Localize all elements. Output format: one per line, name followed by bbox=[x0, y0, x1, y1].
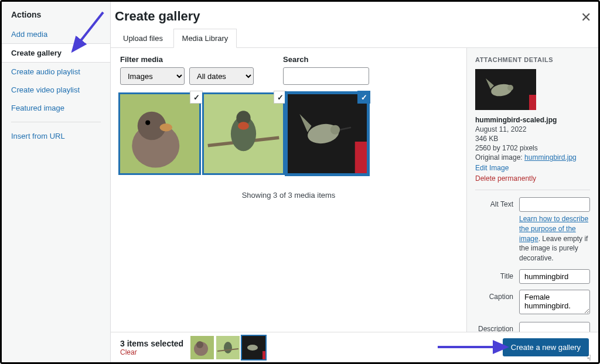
sidebar-heading: Actions bbox=[2, 10, 110, 25]
caption-label: Caption bbox=[475, 290, 513, 301]
mini-thumb[interactable] bbox=[190, 336, 214, 359]
svg-point-9 bbox=[238, 122, 249, 130]
search-input[interactable] bbox=[283, 67, 369, 85]
bird-image-icon bbox=[204, 94, 283, 173]
filter-type-select[interactable]: Images bbox=[120, 67, 185, 85]
filter-date-select[interactable]: All dates bbox=[189, 67, 254, 85]
svg-point-26 bbox=[247, 345, 258, 351]
svg-point-23 bbox=[224, 342, 232, 353]
check-icon: ✓ bbox=[274, 91, 287, 104]
svg-point-4 bbox=[160, 123, 173, 132]
caption-input[interactable]: Female hummingbird. bbox=[519, 290, 590, 314]
check-icon: ✓ bbox=[190, 91, 203, 104]
svg-point-21 bbox=[196, 341, 203, 348]
showing-count: Showing 3 of 3 media items bbox=[120, 191, 457, 200]
svg-point-3 bbox=[145, 121, 150, 125]
sidebar-item-insert-from-url[interactable]: Insert from URL bbox=[2, 127, 110, 145]
svg-rect-11 bbox=[355, 142, 367, 173]
cursor-icon: ☟ bbox=[587, 353, 591, 362]
media-thumb[interactable]: ✓ bbox=[204, 94, 283, 173]
media-area: Filter media Images All dates Search bbox=[111, 48, 467, 332]
mini-thumb[interactable] bbox=[216, 336, 240, 359]
check-icon: ✓ bbox=[357, 91, 370, 104]
filter-media-label: Filter media bbox=[120, 55, 254, 64]
bird-image-icon bbox=[120, 94, 199, 173]
media-thumb[interactable]: ✓ bbox=[120, 94, 199, 173]
sidebar-item-add-media[interactable]: Add media bbox=[2, 25, 110, 43]
sidebar-item-create-gallery[interactable]: Create gallery bbox=[2, 43, 110, 63]
attachment-dimensions: 2560 by 1702 pixels bbox=[475, 144, 590, 152]
tab-media-library[interactable]: Media Library bbox=[173, 29, 237, 48]
attachment-preview bbox=[475, 69, 536, 110]
description-input[interactable] bbox=[519, 322, 590, 332]
attachment-filesize: 346 KB bbox=[475, 135, 590, 143]
attachment-details-panel: ATTACHMENT DETAILS hummingbird-scaled.jp… bbox=[467, 48, 598, 332]
sidebar-divider bbox=[11, 122, 101, 122]
alt-text-input[interactable] bbox=[519, 197, 590, 212]
media-thumb[interactable]: ✓ bbox=[288, 94, 367, 173]
edit-image-link[interactable]: Edit Image bbox=[475, 164, 590, 172]
delete-permanently-link[interactable]: Delete permanently bbox=[475, 174, 590, 183]
description-label: Description bbox=[475, 322, 513, 332]
search-label: Search bbox=[283, 55, 369, 64]
title-input[interactable] bbox=[519, 269, 590, 284]
attachment-date: August 11, 2022 bbox=[475, 125, 590, 133]
title-label: Title bbox=[475, 269, 513, 280]
mini-thumb[interactable] bbox=[242, 336, 265, 359]
selected-count: 3 items selected bbox=[120, 339, 183, 348]
attachment-filename: hummingbird-scaled.jpg bbox=[475, 116, 590, 124]
tab-bar: Upload files Media Library bbox=[111, 28, 598, 48]
sidebar-item-create-audio-playlist[interactable]: Create audio playlist bbox=[2, 63, 110, 81]
svg-point-13 bbox=[330, 125, 340, 135]
sidebar-item-create-video-playlist[interactable]: Create video playlist bbox=[2, 81, 110, 99]
attachment-details-heading: ATTACHMENT DETAILS bbox=[475, 56, 590, 63]
bird-image-icon bbox=[288, 94, 367, 173]
original-image-label: Original image: bbox=[475, 153, 524, 162]
clear-selection-link[interactable]: Clear bbox=[120, 348, 183, 356]
sidebar: Actions Add media Create gallery Create … bbox=[2, 2, 111, 362]
svg-point-18 bbox=[507, 85, 513, 91]
svg-rect-16 bbox=[529, 95, 536, 110]
footer-bar: 3 items selected Clear Create a new gall… bbox=[111, 332, 598, 362]
svg-rect-27 bbox=[262, 351, 265, 359]
create-gallery-button[interactable]: Create a new gallery bbox=[503, 338, 589, 356]
sidebar-item-featured-image[interactable]: Featured image bbox=[2, 99, 110, 117]
tab-upload-files[interactable]: Upload files bbox=[115, 29, 171, 47]
original-image-link[interactable]: hummingbird.jpg bbox=[524, 153, 577, 162]
alt-text-label: Alt Text bbox=[475, 197, 513, 208]
